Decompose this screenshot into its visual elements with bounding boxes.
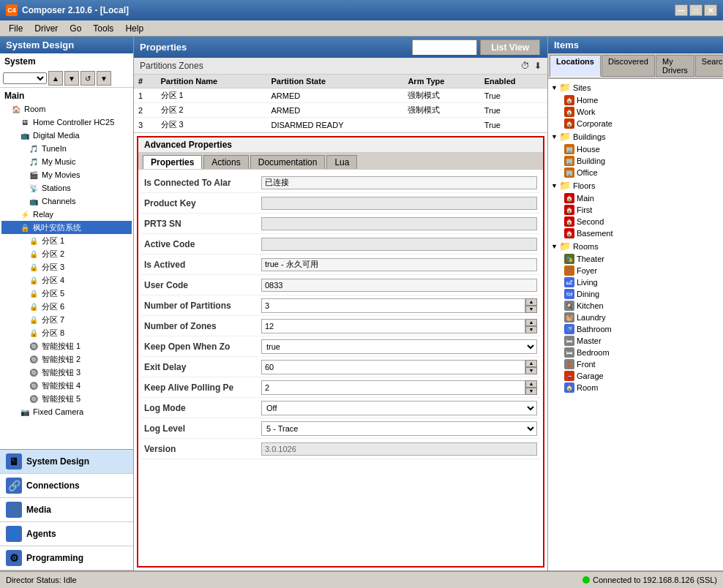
tree-item-button1[interactable]: 🔘智能按钮 1 [1, 339, 132, 353]
tree-section-floors[interactable]: ▼ 📁 Floors [550, 178, 722, 192]
menu-help[interactable]: Help [119, 22, 149, 35]
items-tree-item-first[interactable]: 🏠First [550, 204, 722, 216]
tree-item-button2[interactable]: 🔘智能按钮 2 [1, 353, 132, 366]
tree-item-my-music[interactable]: 🎵My Music [1, 155, 132, 168]
minimize-button[interactable]: — [675, 4, 688, 16]
tree-item-zone3[interactable]: 🔒分区 3 [1, 260, 132, 274]
spinner-keep-alive[interactable]: ▲ ▼ [261, 380, 537, 395]
tree-item-zone4[interactable]: 🔒分区 4 [1, 274, 132, 287]
adv-tab-actions[interactable]: Actions [203, 155, 248, 169]
tree-section-sites[interactable]: ▼ 📁 Sites [550, 80, 722, 94]
maximize-button[interactable]: □ [689, 4, 703, 16]
items-tree-item-master[interactable]: 🛏Master [550, 335, 722, 347]
adv-tab-lua[interactable]: Lua [326, 155, 357, 169]
adv-tab-properties[interactable]: Properties [143, 155, 202, 169]
table-row[interactable]: 2 分区 2 ARMED 强制模式 True [134, 103, 547, 118]
tree-item-zone8[interactable]: 🔒分区 8 [1, 326, 132, 339]
items-tree-item-main[interactable]: 🏠Main [550, 192, 722, 204]
partitions-increment[interactable]: ▲ [525, 298, 537, 306]
value-exit-delay[interactable]: ▲ ▼ [261, 360, 537, 374]
items-tab-locations[interactable]: Locations [550, 55, 601, 77]
input-exit-delay[interactable] [261, 360, 525, 374]
value-prt3-sn[interactable] [261, 217, 537, 230]
tree-item-zone6[interactable]: 🔒分区 6 [1, 300, 132, 313]
value-num-zones[interactable]: ▲ ▼ [261, 319, 537, 333]
tree-item-security-system[interactable]: 🔒枫叶安防系统 [1, 221, 132, 234]
input-num-zones[interactable] [261, 319, 525, 333]
input-keep-alive[interactable] [261, 380, 525, 395]
tree-item-digital-media[interactable]: 📺Digital Media [1, 129, 132, 142]
input-product-key[interactable] [261, 197, 537, 210]
tree-item-zone5[interactable]: 🔒分区 5 [1, 287, 132, 300]
tree-item-channels[interactable]: 📺Channels [1, 195, 132, 208]
items-tree-item-corporate[interactable]: 🏠Corporate [550, 118, 722, 129]
input-user-code[interactable] [261, 279, 537, 292]
menu-go[interactable]: Go [64, 22, 87, 35]
items-tree-item-laundry[interactable]: 🧺Laundry [550, 312, 722, 323]
items-tree-item-house[interactable]: 🏢House [550, 143, 722, 155]
input-active-code[interactable] [261, 238, 537, 251]
select-keep-open[interactable]: true false [261, 339, 537, 354]
items-tree-item-front[interactable]: 🚪Front [550, 358, 722, 370]
tab-properties[interactable]: Properties [412, 39, 477, 55]
input-is-actived[interactable] [261, 258, 537, 271]
input-is-connected[interactable] [261, 176, 537, 189]
adv-tab-documentation[interactable]: Documentation [250, 155, 326, 169]
items-tab-discovered[interactable]: Discovered [602, 55, 655, 77]
items-tree-item-bedroom[interactable]: 🛏Bedroom [550, 347, 722, 358]
tree-item-zone1[interactable]: 🔒分区 1 [1, 234, 132, 247]
nav-up-button[interactable]: ▲ [48, 71, 63, 86]
table-row[interactable]: 3 分区 3 DISARMED READY True [134, 118, 547, 132]
value-keep-open[interactable]: true false [261, 339, 537, 354]
spinner-partitions[interactable]: ▲ ▼ [261, 298, 537, 313]
input-version[interactable] [261, 442, 537, 456]
items-tree-item-living[interactable]: 🛋Living [550, 276, 722, 288]
nav-agents[interactable]: 👤 Agents [0, 522, 133, 546]
system-dropdown[interactable] [3, 72, 47, 84]
menu-driver[interactable]: Driver [29, 22, 64, 35]
zones-increment[interactable]: ▲ [525, 319, 537, 326]
tree-item-tunein[interactable]: 🎵TuneIn [1, 142, 132, 155]
value-active-code[interactable] [261, 238, 537, 251]
close-button[interactable]: ✕ [704, 4, 717, 16]
items-tree-item-room[interactable]: 🏠Room [550, 382, 722, 393]
items-tree-item-basement[interactable]: 🏠Basement [550, 227, 722, 239]
spinner-zones[interactable]: ▲ ▼ [261, 319, 537, 333]
spinner-exit-delay[interactable]: ▲ ▼ [261, 360, 537, 374]
items-tree-item-building[interactable]: 🏢Building [550, 155, 722, 167]
table-row[interactable]: 1 分区 1 ARMED 强制模式 True [134, 88, 547, 103]
tree-item-camera[interactable]: 📷Fixed Camera [1, 405, 132, 418]
nav-programming[interactable]: ⚙ Programming [0, 546, 133, 570]
tree-section-rooms[interactable]: ▼ 📁 Rooms [550, 239, 722, 253]
select-log-level[interactable]: 1 - Fatal 2 - Error 3 - Warning 4 - Info… [261, 421, 537, 436]
nav-system-design[interactable]: 🖥 System Design [0, 450, 133, 474]
items-tree-item-foyer[interactable]: 🚪Foyer [550, 265, 722, 276]
tree-item-zone7[interactable]: 🔒分区 7 [1, 313, 132, 326]
download-icon[interactable]: ⬇ [534, 61, 542, 71]
input-num-partitions[interactable] [261, 298, 525, 313]
nav-connections[interactable]: 🔗 Connections [0, 474, 133, 498]
zones-decrement[interactable]: ▼ [525, 326, 537, 333]
history-icon[interactable]: ⏱ [521, 61, 530, 71]
tree-item-home-controller[interactable]: 🖥Home Controller HC25 [1, 116, 132, 129]
items-tab-search[interactable]: Search [695, 55, 723, 77]
exit-delay-increment[interactable]: ▲ [525, 360, 537, 367]
tree-item-button4[interactable]: 🔘智能按钮 4 [1, 379, 132, 392]
nav-media[interactable]: 🎵 Media [0, 498, 133, 522]
menu-tools[interactable]: Tools [87, 22, 119, 35]
select-log-mode[interactable]: Off On [261, 401, 537, 415]
tree-item-my-movies[interactable]: 🎬My Movies [1, 168, 132, 181]
menu-file[interactable]: File [3, 22, 29, 35]
tree-item-button5[interactable]: 🔘智能按钮 5 [1, 392, 132, 405]
value-log-mode[interactable]: Off On [261, 401, 537, 415]
items-tree-item-second[interactable]: 🏠Second [550, 216, 722, 227]
items-tree-item-office[interactable]: 🏢Office [550, 167, 722, 178]
value-keep-alive[interactable]: ▲ ▼ [261, 380, 537, 395]
items-tree-item-garage[interactable]: 🚗Garage [550, 370, 722, 382]
tree-item-button3[interactable]: 🔘智能按钮 3 [1, 366, 132, 379]
tree-item-zone2[interactable]: 🔒分区 2 [1, 247, 132, 260]
tree-section-buildings[interactable]: ▼ 📁 Buildings [550, 129, 722, 143]
tree-item-relay[interactable]: ⚡Relay [1, 208, 132, 221]
value-num-partitions[interactable]: ▲ ▼ [261, 298, 537, 313]
tree-item-room[interactable]: 🏠Room [1, 102, 132, 116]
